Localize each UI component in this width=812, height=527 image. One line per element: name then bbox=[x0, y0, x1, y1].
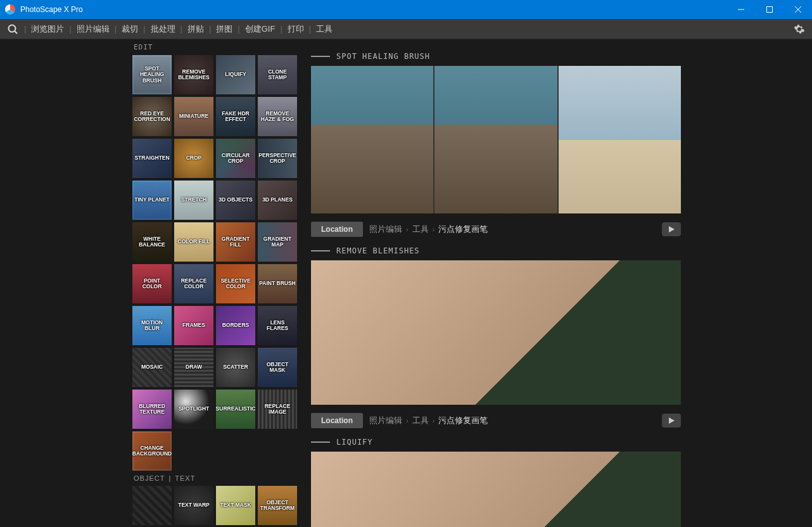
nav-item-4[interactable]: 拼贴 bbox=[186, 22, 205, 35]
preview-image bbox=[311, 260, 681, 405]
thumb-crop[interactable]: CROP bbox=[174, 139, 213, 178]
minimize-button[interactable] bbox=[726, 0, 755, 19]
thumb-label: 3D OBJECTS bbox=[217, 196, 253, 204]
location-badge: Location bbox=[311, 413, 363, 428]
thumb-label: GRADIENT FILL bbox=[216, 235, 255, 250]
thumb-object-transform[interactable]: OBJECT TRANSFORM bbox=[258, 486, 297, 525]
thumb-label: MOTION BLUR bbox=[132, 319, 172, 333]
nav-item-8[interactable]: 工具 bbox=[315, 22, 334, 35]
preview-image bbox=[311, 66, 433, 213]
thumb-miniature[interactable]: MINIATURE bbox=[174, 97, 213, 136]
thumb-label: REPLACE COLOR bbox=[174, 277, 213, 291]
svg-marker-7 bbox=[669, 417, 675, 424]
nav-item-0[interactable]: 浏览图片 bbox=[30, 22, 65, 35]
thumb-label: OBJECT TRANSFORM bbox=[258, 498, 297, 513]
thumb-spotlight[interactable]: SPOTLIGHT bbox=[174, 390, 213, 429]
video-button[interactable] bbox=[662, 414, 681, 428]
preview-image bbox=[559, 66, 681, 213]
thumb-label: SPOTLIGHT bbox=[177, 405, 211, 413]
thumb-replace-image[interactable]: REPLACE IMAGE bbox=[258, 390, 297, 429]
thumb-label: SCATTER bbox=[222, 363, 250, 371]
nav-item-2[interactable]: 裁切 bbox=[120, 22, 139, 35]
thumb-label: REMOVE HAZE & FOG bbox=[258, 110, 297, 124]
close-icon bbox=[795, 6, 801, 13]
thumb-label: REMOVE BLEMISHES bbox=[174, 68, 213, 82]
title-text: LIQUIFY bbox=[336, 438, 373, 447]
thumb-object-mask[interactable]: OBJECT MASK bbox=[258, 348, 297, 387]
thumb-label: DRAW bbox=[184, 363, 203, 371]
thumb-point-color[interactable]: POINT COLOR bbox=[132, 264, 172, 303]
thumb-fake-hdr-effect[interactable]: FAKE HDR EFFECT bbox=[216, 97, 255, 136]
thumb-label: LENS FLARES bbox=[258, 319, 297, 333]
thumb-white-balance[interactable]: WHITE BALANCE bbox=[132, 222, 172, 262]
nav-item-3[interactable]: 批处理 bbox=[149, 22, 177, 35]
thumb-circular-crop[interactable]: CIRCULAR CROP bbox=[216, 139, 255, 178]
thumb-label: SELECTIVE COLOR bbox=[216, 277, 255, 291]
thumb-frames[interactable]: FRAMES bbox=[174, 306, 213, 345]
thumb-remove-haze-fog[interactable]: REMOVE HAZE & FOG bbox=[258, 97, 297, 136]
maximize-button[interactable] bbox=[755, 0, 783, 19]
thumb-liquify[interactable]: LIQUIFY bbox=[216, 55, 255, 94]
nav-item-5[interactable]: 拼图 bbox=[215, 22, 234, 35]
thumb-label: FAKE HDR EFFECT bbox=[216, 110, 255, 124]
thumb-label: CLONE STAMP bbox=[258, 68, 297, 82]
thumb-paint-brush[interactable]: PAINT BRUSH bbox=[258, 264, 297, 303]
thumb-3d-objects[interactable]: 3D OBJECTS bbox=[216, 181, 255, 220]
nav-divider: | bbox=[69, 24, 71, 34]
thumb-gradient-map[interactable]: GRADIENT MAP bbox=[258, 222, 297, 262]
thumb-spot-healing-brush[interactable]: SPOT HEALING BRUSH bbox=[132, 55, 172, 94]
thumb-surrealistic[interactable]: SURREALISTIC bbox=[216, 390, 255, 429]
breadcrumb-item[interactable]: 工具 bbox=[412, 224, 429, 235]
preview-image bbox=[435, 66, 557, 213]
thumb-red-eye-correction[interactable]: RED EYE CORRECTION bbox=[132, 97, 172, 136]
thumb-label: BORDERS bbox=[221, 321, 251, 329]
section-text-label[interactable]: TEXT bbox=[175, 474, 195, 482]
breadcrumb-item[interactable]: 照片编辑 bbox=[369, 224, 402, 235]
thumb-text-warp[interactable]: TEXT WARP bbox=[174, 486, 213, 525]
thumb-text-mask[interactable]: TEXT MASK bbox=[216, 486, 255, 525]
center-panel: EDIT SPOT HEALING BRUSHREMOVE BLEMISHESL… bbox=[131, 39, 685, 527]
nav-item-1[interactable]: 照片编辑 bbox=[75, 22, 111, 35]
thumb-label: 3D PLANES bbox=[261, 196, 294, 204]
thumb-clone-stamp[interactable]: CLONE STAMP bbox=[258, 55, 297, 94]
video-button[interactable] bbox=[662, 222, 681, 236]
thumb-3d-planes[interactable]: 3D PLANES bbox=[258, 181, 297, 220]
thumb-gradient-fill[interactable]: GRADIENT FILL bbox=[216, 222, 255, 262]
thumb-borders[interactable]: BORDERS bbox=[216, 306, 255, 345]
settings-button[interactable] bbox=[792, 22, 807, 37]
thumb-color-fill[interactable]: COLOR FILL bbox=[174, 222, 213, 262]
thumb-motion-blur[interactable]: MOTION BLUR bbox=[132, 306, 172, 345]
search-button[interactable] bbox=[5, 22, 20, 37]
thumb-tiny-planet[interactable]: TINY PLANET bbox=[132, 181, 172, 220]
thumb-remove-blemishes[interactable]: REMOVE BLEMISHES bbox=[174, 55, 213, 94]
section-object-label[interactable]: OBJECT bbox=[134, 474, 165, 482]
thumb-blurred-texture[interactable]: BLURRED TEXTURE bbox=[132, 390, 172, 429]
thumb-lens-flares[interactable]: LENS FLARES bbox=[258, 306, 297, 345]
thumb-label: MOSAIC bbox=[140, 363, 164, 371]
thumb-perspective-crop[interactable]: PERSPECTIVE CROP bbox=[258, 139, 297, 178]
thumb-change-background[interactable]: CHANGE BACKGROUND bbox=[132, 431, 172, 471]
content-panel[interactable]: SPOT HEALING BRUSHLocation照片编辑›工具›污点修复画笔… bbox=[301, 39, 685, 527]
breadcrumb-item[interactable]: 污点修复画笔 bbox=[438, 415, 488, 426]
preview-0 bbox=[311, 66, 681, 213]
thumb-stretch[interactable]: STRETCH bbox=[174, 181, 213, 220]
nav-divider: | bbox=[143, 24, 145, 34]
nav-divider: | bbox=[181, 24, 182, 34]
close-button[interactable] bbox=[783, 0, 812, 19]
thumb-replace-color[interactable]: REPLACE COLOR bbox=[174, 264, 213, 303]
thumb-selective-color[interactable]: SELECTIVE COLOR bbox=[216, 264, 255, 303]
thumb-label: TEXT MASK bbox=[219, 501, 252, 509]
thumb-draw[interactable]: DRAW bbox=[174, 348, 213, 387]
thumb-label: CHANGE BACKGROUND bbox=[132, 444, 172, 459]
thumb-mosaic[interactable]: MOSAIC bbox=[132, 348, 172, 387]
breadcrumb-item[interactable]: 污点修复画笔 bbox=[438, 224, 488, 235]
thumb-label: TINY PLANET bbox=[133, 196, 171, 204]
breadcrumb-item[interactable]: 工具 bbox=[412, 415, 429, 426]
nav-item-7[interactable]: 打印 bbox=[286, 22, 305, 35]
thumb-scatter[interactable]: SCATTER bbox=[216, 348, 255, 387]
title-line bbox=[311, 56, 330, 57]
thumb-item[interactable] bbox=[132, 486, 172, 525]
nav-item-6[interactable]: 创建GIF bbox=[244, 22, 277, 35]
breadcrumb-item[interactable]: 照片编辑 bbox=[369, 415, 402, 426]
thumb-straighten[interactable]: STRAIGHTEN bbox=[132, 139, 172, 178]
